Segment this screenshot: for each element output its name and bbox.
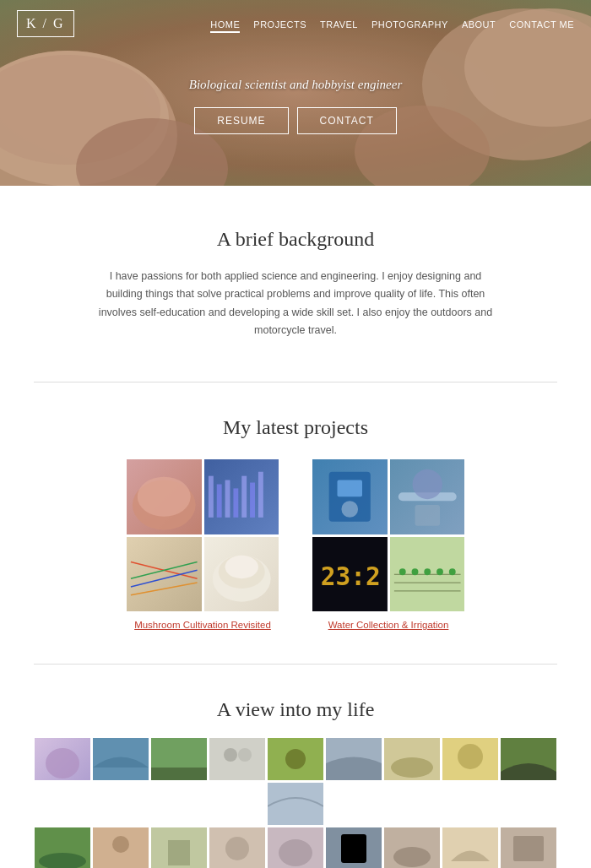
svg-point-29	[412, 469, 442, 499]
svg-point-55	[458, 744, 483, 769]
svg-rect-15	[241, 476, 247, 518]
life-photo-3[interactable]	[151, 738, 207, 780]
svg-point-61	[112, 836, 129, 853]
project-item-1: Mushroom Cultivation Revisited	[127, 459, 279, 630]
hero-buttons: RESUME CONTACT	[194, 107, 396, 134]
life-photo-17[interactable]	[384, 827, 440, 868]
background-text: I have passions for both applied science…	[93, 268, 498, 339]
life-photo-8[interactable]	[442, 738, 498, 780]
life-photo-5[interactable]	[268, 738, 323, 780]
nav-home[interactable]: HOME	[210, 19, 240, 33]
svg-point-27	[341, 501, 358, 518]
project-item-2: 23:2	[312, 459, 464, 630]
hero-tagline: Biological scientist and hobbyist engine…	[189, 78, 402, 92]
navbar: K / G HOME PROJECTS TRAVEL PHOTOGRAPHY A…	[0, 0, 591, 47]
background-section: A brief background I have passions for b…	[0, 186, 591, 382]
svg-rect-26	[338, 480, 363, 497]
life-photo-18[interactable]	[442, 827, 498, 868]
project-2-images: 23:2	[312, 459, 464, 611]
life-photo-13[interactable]	[151, 827, 207, 868]
svg-point-10	[138, 477, 191, 517]
projects-section: My latest projects	[0, 382, 591, 664]
projects-title: My latest projects	[17, 416, 574, 439]
svg-rect-72	[442, 827, 498, 868]
life-photo-19[interactable]	[501, 827, 556, 868]
svg-rect-16	[250, 483, 255, 518]
project-1-img-1	[127, 459, 202, 534]
svg-rect-69	[341, 834, 366, 863]
svg-rect-45	[151, 768, 207, 780]
photo-grid-row2	[17, 827, 574, 868]
svg-rect-63	[168, 840, 190, 865]
resume-button[interactable]: RESUME	[194, 107, 288, 134]
svg-point-37	[399, 568, 405, 575]
svg-point-38	[411, 568, 418, 575]
life-photo-12[interactable]	[93, 827, 149, 868]
life-photo-11[interactable]	[35, 827, 90, 868]
svg-rect-74	[513, 836, 544, 861]
life-photo-4[interactable]	[209, 738, 265, 780]
svg-text:23:2: 23:2	[321, 562, 381, 591]
life-photo-6[interactable]	[326, 738, 382, 780]
svg-point-65	[225, 837, 249, 860]
life-section: A view into my life	[0, 665, 591, 868]
nav-photography[interactable]: PHOTOGRAPHY	[371, 19, 448, 30]
life-photo-14[interactable]	[209, 827, 265, 868]
svg-rect-30	[415, 505, 440, 526]
svg-rect-46	[209, 738, 265, 780]
nav-about[interactable]: ABOUT	[462, 19, 496, 30]
svg-point-71	[393, 847, 431, 867]
svg-point-48	[238, 748, 252, 762]
svg-point-42	[46, 748, 79, 778]
svg-point-50	[285, 749, 306, 769]
svg-point-53	[391, 757, 433, 778]
project-1-images	[127, 459, 279, 611]
nav-links: HOME PROJECTS TRAVEL PHOTOGRAPHY ABOUT C…	[210, 16, 574, 31]
contact-button[interactable]: CONTACT	[297, 107, 397, 134]
background-title: A brief background	[17, 228, 574, 251]
svg-point-47	[224, 748, 237, 762]
svg-rect-12	[216, 485, 221, 518]
project-2-img-2	[390, 459, 465, 534]
svg-point-41	[448, 568, 455, 575]
svg-point-67	[279, 839, 312, 866]
svg-rect-13	[225, 480, 230, 518]
life-photo-7[interactable]	[384, 738, 440, 780]
project-2-img-4	[390, 537, 465, 612]
life-photo-15[interactable]	[268, 827, 323, 868]
nav-projects[interactable]: PROJECTS	[253, 19, 306, 30]
projects-grid: Mushroom Cultivation Revisited	[17, 459, 574, 630]
svg-rect-57	[268, 783, 323, 825]
logo[interactable]: K / G	[17, 10, 74, 37]
project-1-img-2	[204, 459, 279, 534]
life-photo-9[interactable]	[501, 738, 556, 780]
nav-travel[interactable]: TRAVEL	[320, 19, 358, 30]
project-2-img-1	[312, 459, 388, 534]
project-1-img-3	[127, 537, 202, 612]
svg-point-40	[436, 568, 443, 575]
svg-rect-14	[233, 488, 238, 517]
project-2-link[interactable]: Water Collection & Irrigation	[328, 620, 449, 630]
project-2-img-3: 23:2	[312, 537, 388, 612]
nav-contact-me[interactable]: CONTACT ME	[509, 19, 574, 30]
life-photo-2[interactable]	[93, 738, 149, 780]
hero-content: Biological scientist and hobbyist engine…	[189, 78, 402, 134]
photo-grid-row1	[17, 738, 574, 825]
life-photo-10[interactable]	[268, 783, 323, 825]
life-photo-1[interactable]	[35, 738, 90, 780]
svg-point-24	[225, 555, 258, 578]
project-1-link[interactable]: Mushroom Cultivation Revisited	[134, 620, 271, 630]
project-1-img-4	[204, 537, 279, 612]
svg-point-39	[424, 568, 431, 575]
svg-rect-11	[208, 476, 213, 518]
life-title: A view into my life	[17, 698, 574, 721]
svg-rect-17	[258, 472, 263, 518]
life-photo-16[interactable]	[326, 827, 382, 868]
